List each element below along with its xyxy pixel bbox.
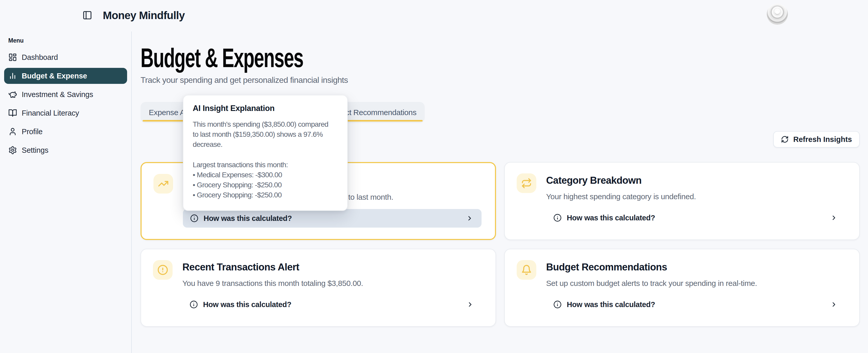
how-was-this-calculated-link[interactable]: How was this calculated? (546, 295, 846, 314)
sidebar-item-budget-expense[interactable]: Budget & Expense (4, 68, 127, 84)
tooltip-title: AI Insight Explanation (193, 104, 338, 113)
chevron-right-icon (830, 301, 838, 308)
info-icon (553, 214, 562, 222)
sidebar-item-label: Investment & Savings (22, 90, 93, 99)
ai-insight-tooltip: AI Insight Explanation This month's spen… (183, 95, 348, 211)
how-was-this-calculated-label: How was this calculated? (204, 214, 292, 223)
main-layout: Menu Dashboard Budget & Expense Investme… (0, 32, 868, 353)
sidebar: Menu Dashboard Budget & Expense Investme… (0, 32, 132, 353)
app-title: Money Mindfully (103, 9, 185, 22)
user-avatar[interactable] (767, 4, 788, 25)
sidebar-menu-label: Menu (8, 37, 131, 44)
refresh-insights-label: Refresh Insights (793, 135, 852, 144)
card-recent-transactions-alert[interactable]: Recent Transactions Alert You have 9 tra… (141, 249, 496, 327)
book-open-icon (8, 109, 17, 117)
sidebar-item-label: Settings (22, 146, 48, 154)
how-was-this-calculated-label: How was this calculated? (567, 301, 655, 309)
bar-chart-icon (8, 71, 17, 80)
tooltip-paragraph-1: This month's spending ($3,850.00) compar… (193, 119, 338, 149)
card-description-fragment: to last month. (348, 193, 394, 201)
piggy-bank-icon (8, 90, 17, 99)
bell-icon (517, 260, 536, 280)
card-title: Recent Transactions Alert (182, 261, 482, 273)
card-description: Set up custom budget alerts to track you… (546, 278, 846, 288)
sidebar-item-dashboard[interactable]: Dashboard (4, 49, 127, 65)
sidebar-item-financial-literacy[interactable]: Financial Literacy (4, 105, 127, 121)
trending-up-icon (153, 174, 173, 193)
sidebar-item-profile[interactable]: Profile (4, 123, 127, 140)
info-icon (190, 214, 198, 222)
card-budget-recommendations[interactable]: Budget Recommendations Set up custom bud… (504, 249, 860, 327)
card-description: Your highest spending category is undefi… (546, 191, 846, 202)
sidebar-item-investment-savings[interactable]: Investment & Savings (4, 86, 127, 102)
tooltip-paragraph-2: Largest transactions this month: • Medic… (193, 160, 338, 200)
sidebar-item-label: Financial Literacy (22, 109, 79, 117)
how-was-this-calculated-link[interactable]: How was this calculated? (546, 209, 846, 227)
card-title: Category Breakdown (546, 174, 846, 186)
alert-circle-icon (153, 260, 173, 280)
sidebar-item-settings[interactable]: Settings (4, 142, 127, 158)
sidebar-item-label: Budget & Expense (22, 72, 87, 80)
card-description: You have 9 transactions this month total… (182, 278, 482, 288)
page-title: Budget & Expenses (141, 44, 629, 71)
dashboard-icon (8, 53, 17, 62)
refresh-insights-button[interactable]: Refresh Insights (773, 131, 860, 148)
chevron-right-icon (830, 214, 838, 221)
how-was-this-calculated-label: How was this calculated? (567, 214, 655, 222)
sidebar-toggle-button[interactable] (80, 9, 95, 23)
chevron-right-icon (466, 215, 473, 222)
card-body: Budget Recommendations Set up custom bud… (546, 261, 846, 288)
sidebar-item-label: Dashboard (22, 53, 58, 62)
top-bar: Money Mindfully (0, 0, 868, 32)
sidebar-item-label: Profile (22, 128, 43, 136)
how-was-this-calculated-link[interactable]: How was this calculated? (182, 295, 482, 314)
panel-left-icon (83, 10, 92, 22)
page-subtitle: Track your spending and get personalized… (141, 75, 860, 85)
repeat-icon (517, 173, 536, 193)
info-icon (553, 301, 562, 309)
user-icon (8, 127, 17, 136)
gear-icon (8, 146, 17, 154)
card-body: Recent Transactions Alert You have 9 tra… (182, 261, 482, 288)
card-body: Category Breakdown Your highest spending… (546, 174, 846, 202)
how-was-this-calculated-link[interactable]: How was this calculated? (183, 209, 482, 227)
how-was-this-calculated-label: How was this calculated? (203, 301, 291, 309)
app-root: Money Mindfully Menu Dashboard Budget & … (0, 0, 868, 353)
chevron-right-icon (467, 301, 474, 308)
info-icon (190, 301, 198, 309)
refresh-icon (781, 136, 789, 143)
card-title: Budget Recommendations (546, 261, 846, 273)
card-category-breakdown[interactable]: Category Breakdown Your highest spending… (504, 162, 860, 240)
